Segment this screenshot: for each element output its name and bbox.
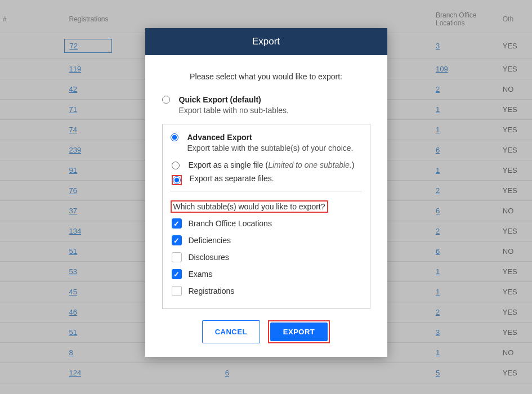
subtable-option[interactable]: Deficiencies [172,235,362,245]
subtable-option[interactable]: Exams [172,269,362,279]
subtable-label: Exams [189,270,213,279]
subtable-checkbox[interactable] [172,269,182,279]
subtable-checkbox[interactable] [172,286,182,296]
subtable-option[interactable]: Registrations [172,286,362,296]
subtable-label: Registrations [189,286,235,296]
single-file-option[interactable]: Export as a single file (Limited to one … [172,160,362,169]
quick-export-radio[interactable] [162,96,170,104]
advanced-export-box: Advanced Export Export table with the su… [162,124,370,309]
modal-footer: CANCEL EXPORT [145,315,387,357]
single-file-suffix: ) [352,160,355,169]
modal-title: Export [145,28,387,55]
subtable-label: Disclosures [189,253,229,262]
export-button[interactable]: EXPORT [270,323,328,341]
single-file-radio[interactable] [172,162,180,169]
export-button-highlight: EXPORT [268,320,330,343]
divider [171,191,362,191]
subtable-label: Branch Office Locations [189,219,272,228]
single-file-prefix: Export as a single file ( [189,160,269,169]
export-modal: Export Please select what you would like… [145,28,387,357]
modal-overlay: Export Please select what you would like… [0,0,532,394]
modal-instruction: Please select what you would like to exp… [162,72,370,81]
quick-export-option[interactable]: Quick Export (default) Export table with… [162,95,370,115]
separate-files-radio[interactable] [173,176,181,184]
subtable-label: Deficiencies [189,236,231,245]
separate-files-highlight [172,175,182,185]
advanced-export-option[interactable]: Advanced Export Export table with the su… [171,132,362,153]
advanced-export-label: Advanced Export [187,133,252,142]
advanced-export-radio[interactable] [171,133,178,141]
separate-files-option[interactable]: Export as separate files. [172,174,362,185]
subtable-checkbox[interactable] [172,218,182,229]
subtable-checklist: Branch Office LocationsDeficienciesDiscl… [171,218,362,296]
quick-export-label: Quick Export (default) [179,95,261,104]
separate-files-label: Export as separate files. [190,174,274,183]
subtable-checkbox[interactable] [172,252,182,262]
quick-export-sub: Export table with no sub-tables. [179,106,370,115]
advanced-export-sub: Export table with the subtable(s) of you… [187,144,362,153]
subtable-option[interactable]: Disclosures [172,252,362,262]
subtable-option[interactable]: Branch Office Locations [172,218,362,229]
subtable-question: Which subtable(s) would you like to expo… [171,200,328,213]
cancel-button[interactable]: CANCEL [202,320,260,343]
subtable-checkbox[interactable] [172,235,182,245]
single-file-italic: Limited to one subtable. [268,160,352,169]
